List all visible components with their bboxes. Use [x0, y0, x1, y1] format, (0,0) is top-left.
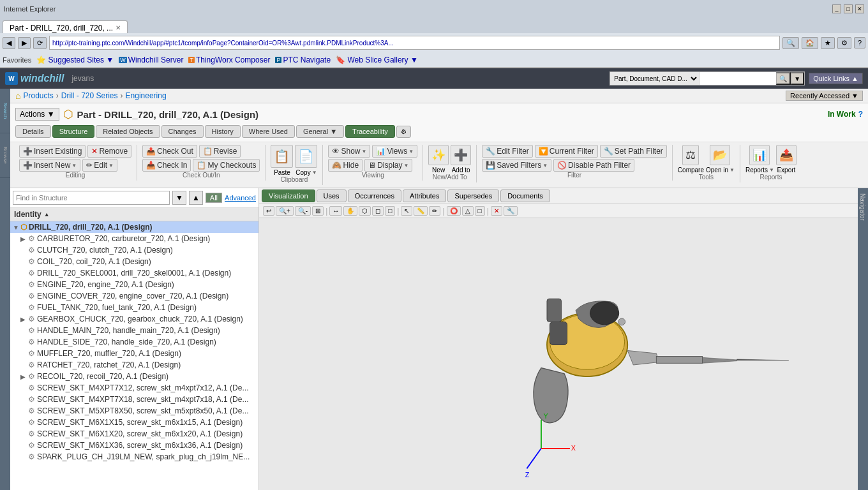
forward-btn[interactable]: ▶ — [18, 37, 31, 49]
viz-tab-attributes[interactable]: Attributes — [403, 189, 446, 202]
search-submit-btn[interactable]: 🔍 — [776, 72, 791, 85]
root-expand-arrow[interactable]: ▼ — [13, 224, 20, 231]
maximize-btn[interactable]: □ — [844, 4, 853, 13]
search-nav-btn[interactable]: 🔍 — [782, 37, 799, 49]
viz-btn-measure[interactable]: 📏 — [414, 206, 428, 216]
advanced-find-btn[interactable]: Advanced — [225, 194, 256, 202]
expand-arrow-7[interactable]: ▶ — [20, 316, 28, 323]
tree-item[interactable]: ⚙ COIL_720, coil_720, A.1 (Design) — [10, 256, 258, 267]
hide-btn[interactable]: 🙈 Hide — [328, 159, 363, 172]
edit-btn[interactable]: ✏ Edit ▼ — [82, 159, 117, 172]
bookmark-web-slice[interactable]: 🔖 Web Slice Gallery ▼ — [336, 56, 418, 64]
tree-item[interactable]: ⚙ SCREW_SKT_M6X1X36, screw_skt_m6x1x36, … — [10, 440, 258, 451]
navigator-tab-label[interactable]: Navigator — [858, 188, 867, 226]
viz-btn-rotate[interactable]: ↔ — [329, 206, 342, 216]
viz-btn-delete[interactable]: ✕ — [491, 206, 502, 216]
edit-filter-btn[interactable]: 🔧 Edit Filter — [482, 145, 533, 158]
tree-item[interactable]: ⚙ SPARK_PLUG_CH_J19LM_NEW, spark_plug_ch… — [10, 451, 258, 463]
tree-item[interactable]: ⚙ SCREW_SKT_M6X1X15, screw_skt_m6x1x15, … — [10, 417, 258, 428]
breadcrumb-products[interactable]: Products — [23, 91, 53, 100]
export-btn[interactable]: 📤 — [776, 145, 797, 165]
find-all-btn[interactable]: All — [206, 193, 222, 203]
insert-new-btn[interactable]: ➕ Insert New ▼ — [19, 159, 80, 172]
tab-close-btn[interactable]: ✕ — [116, 24, 121, 31]
copy-btn[interactable]: 📄 — [295, 145, 317, 168]
tree-item[interactable]: ⚙ HANDLE_MAIN_720, handle_main_720, A.1 … — [10, 325, 258, 336]
tab-where-used[interactable]: Where Used — [242, 125, 295, 138]
viz-tab-uses[interactable]: Uses — [317, 189, 347, 202]
paste-btn[interactable]: 📋 — [271, 145, 293, 168]
tree-item[interactable]: ⚙ ENGINE_720, engine_720, A.1 (Design) — [10, 279, 258, 290]
find-input[interactable] — [13, 191, 170, 205]
help-nav-btn[interactable]: ? — [854, 37, 865, 48]
search-expand-btn[interactable]: ▼ — [791, 72, 804, 85]
display-btn[interactable]: 🖥 Display ▼ — [364, 159, 412, 172]
viz-btn-zoom-in[interactable]: 🔍+ — [276, 206, 294, 216]
address-bar[interactable]: http://ptc-training.ptc.com/Windchill/ap… — [49, 36, 780, 50]
add-to-btn[interactable]: ➕ — [451, 145, 471, 165]
tree-item[interactable]: ⚙ FUEL_TANK_720, fuel_tank_720, A.1 (Des… — [10, 302, 258, 313]
reports-btn[interactable]: 📊 — [749, 145, 770, 165]
viz-btn-zoom-out[interactable]: 🔍- — [295, 206, 311, 216]
tree-item[interactable]: ⚙ SCREW_SKT_M5XPT8X50, screw_skt_m5xpt8x… — [10, 405, 258, 417]
viz-tab-documents[interactable]: Documents — [500, 189, 550, 202]
viz-tab-supersedes[interactable]: Supersedes — [447, 189, 499, 202]
tree-item[interactable]: ⚙ SCREW_SKT_M6X1X20, screw_skt_m6x1x20, … — [10, 428, 258, 440]
viz-btn-explode[interactable]: ◻ — [372, 206, 384, 216]
tab-changes[interactable]: Changes — [161, 125, 204, 138]
tree-item[interactable]: ⚙ ENGINE_COVER_720, engine_cover_720, A.… — [10, 290, 258, 302]
viz-btn-box-select[interactable]: ⊞ — [312, 206, 324, 216]
show-btn[interactable]: 👁 Show ▼ — [328, 145, 370, 158]
home-nav-btn[interactable]: 🏠 — [802, 37, 818, 49]
tree-item[interactable]: ⚙ CLUTCH_720, clutch_720, A.1 (Design) — [10, 244, 258, 256]
tree-root-item[interactable]: ▼ ⬡ DRILL_720, drill_720, A.1 (Design) — [10, 221, 258, 233]
sidebar-item-browse[interactable]: Browse — [0, 133, 10, 178]
viz-tab-visualization[interactable]: Visualization — [262, 189, 315, 202]
tree-item[interactable]: ▶ ⚙ CARBURETOR_720, carburetor_720, A.1 … — [10, 233, 258, 244]
views-btn[interactable]: 📊 Views ▼ — [372, 145, 417, 158]
breadcrumb-engineering[interactable]: Engineering — [126, 91, 167, 100]
tools-nav-btn[interactable]: ⚙ — [837, 37, 851, 49]
tree-item[interactable]: ⚙ DRILL_720_SKEL0001, drill_720_skel0001… — [10, 267, 258, 279]
viz-btn-wrench[interactable]: 🔧 — [504, 206, 518, 216]
find-down-btn[interactable]: ▼ — [172, 191, 186, 205]
insert-existing-btn[interactable]: ➕ Insert Existing — [19, 145, 86, 158]
expand-arrow-12[interactable]: ▶ — [20, 373, 28, 380]
close-btn[interactable]: ✕ — [855, 4, 864, 13]
set-path-filter-btn[interactable]: 🔧 Set Path Filter — [600, 145, 667, 158]
disable-path-filter-btn[interactable]: 🚫 Disable Path Filter — [553, 159, 634, 172]
tab-related-objects[interactable]: Related Objects — [96, 125, 160, 138]
breadcrumb-drill720[interactable]: Drill - 720 Series — [61, 91, 118, 100]
viz-btn-triangle[interactable]: △ — [462, 206, 474, 216]
quick-links-btn[interactable]: Quick Links ▲ — [809, 73, 863, 84]
search-type-select[interactable]: Part, Document, CAD D... — [610, 72, 700, 85]
actions-btn[interactable]: Actions ▼ — [15, 108, 59, 121]
minimize-btn[interactable]: _ — [832, 4, 841, 13]
back-btn[interactable]: ◀ — [3, 37, 15, 49]
current-filter-btn[interactable]: 🔽 Current Filter — [535, 145, 598, 158]
viz-btn-markup[interactable]: ✏ — [429, 206, 440, 216]
tab-settings-btn[interactable]: ⚙ — [396, 126, 411, 138]
refresh-btn[interactable]: ⟳ — [33, 37, 47, 49]
open-in-btn[interactable]: 📂 — [710, 145, 730, 165]
tree-item[interactable]: ⚙ SCREW_SKT_M4XPT7X18, screw_skt_m4xpt7x… — [10, 394, 258, 405]
tree-item[interactable]: ▶ ⚙ GEARBOX_CHUCK_720, gearbox_chuck_720… — [10, 313, 258, 325]
bookmark-thingworx[interactable]: T ThingWorx Composer — [188, 56, 270, 64]
compare-btn[interactable]: ⚖ — [682, 145, 699, 165]
bookmark-ptc-navigate[interactable]: P PTC Navigate — [275, 56, 331, 64]
tree-header[interactable]: Identity ▲ — [10, 208, 258, 221]
tab-structure[interactable]: Structure — [52, 125, 95, 138]
tree-item[interactable]: ⚙ SCREW_SKT_M4XPT7X12, screw_skt_m4xpt7x… — [10, 382, 258, 394]
bookmark-windchill-server[interactable]: W Windchill Server — [119, 56, 183, 64]
viz-tab-occurrences[interactable]: Occurrences — [348, 189, 401, 202]
breadcrumb-home-icon[interactable]: ⌂ — [15, 91, 20, 101]
recently-accessed-btn[interactable]: Recently Accessed ▼ — [786, 91, 863, 101]
bookmark-suggested-sites[interactable]: ⭐ Suggested Sites ▼ — [36, 56, 114, 64]
checkout-btn[interactable]: 📤 Check Out — [142, 145, 197, 158]
tree-item[interactable]: ▶ ⚙ RECOIL_720, recoil_720, A.1 (Design) — [10, 371, 258, 382]
viz-btn-pan[interactable]: ✋ — [343, 206, 357, 216]
expand-arrow-0[interactable]: ▶ — [20, 235, 28, 242]
remove-btn[interactable]: ✕ Remove — [87, 145, 131, 158]
tree-item[interactable]: ⚙ MUFFLER_720, muffler_720, A.1 (Design) — [10, 348, 258, 359]
tab-details[interactable]: Details — [15, 125, 51, 138]
